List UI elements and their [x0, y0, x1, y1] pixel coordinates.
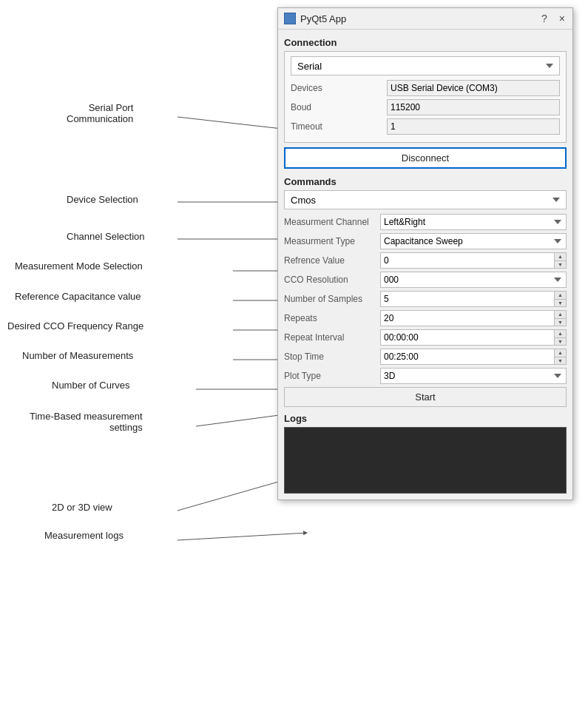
num-samples-down[interactable]: ▼	[555, 300, 566, 307]
titlebar-controls: ? ×	[540, 13, 567, 24]
close-button[interactable]: ×	[558, 13, 567, 24]
plot-type-row: Plot Type 3D 2D	[284, 368, 567, 384]
timeout-input[interactable]	[387, 118, 560, 135]
titlebar: PyQt5 App ? ×	[278, 8, 572, 30]
cco-resolution-row: CCO Resolution 000 001 010	[284, 272, 567, 288]
stop-time-label: Stop Time	[284, 352, 380, 362]
repeats-up[interactable]: ▲	[555, 311, 566, 319]
titlebar-left: PyQt5 App	[284, 13, 346, 24]
serial-select[interactable]: Serial	[291, 56, 560, 75]
reference-value-row: Refrence Value ▲ ▼	[284, 252, 567, 269]
plot-type-select[interactable]: 3D 2D	[380, 368, 567, 384]
help-button[interactable]: ?	[540, 13, 549, 24]
reference-value-down[interactable]: ▼	[555, 261, 566, 269]
disconnect-button[interactable]: Disconnect	[284, 147, 567, 169]
devices-label: Devices	[291, 83, 387, 93]
devices-input[interactable]	[387, 80, 560, 96]
repeat-interval-spinbox: ▲ ▼	[380, 329, 567, 346]
svg-line-10	[178, 533, 307, 540]
annotation-measurement-mode: Measurement Mode Selection	[15, 260, 143, 272]
command-select[interactable]: Cmos	[284, 190, 567, 209]
repeats-label: Repeats	[284, 313, 380, 323]
reference-value-input[interactable]	[381, 253, 554, 268]
num-samples-spinbox: ▲ ▼	[380, 291, 567, 307]
plot-type-label: Plot Type	[284, 371, 380, 381]
repeats-row: Repeats ▲ ▼	[284, 310, 567, 326]
num-samples-row: Number of Samples ▲ ▼	[284, 291, 567, 307]
num-samples-input[interactable]	[381, 292, 554, 306]
annotation-num-curves: Number of Curves	[52, 380, 129, 391]
stop-time-spinbox-btns: ▲ ▼	[554, 349, 566, 364]
stop-time-input[interactable]	[381, 349, 554, 364]
num-samples-label: Number of Samples	[284, 294, 380, 304]
measurement-channel-label: Measurment Channel	[284, 217, 380, 227]
measurement-type-label: Measurment Type	[284, 236, 380, 246]
annotation-meas-logs: Measurement logs	[44, 530, 124, 541]
repeat-interval-label: Repeat Interval	[284, 332, 380, 343]
connection-section-label: Connection	[284, 37, 567, 48]
app-window: PyQt5 App ? × Connection Serial Devices …	[277, 7, 573, 500]
annotation-serial-port: Serial Port Communication	[67, 102, 133, 124]
baud-input[interactable]	[387, 99, 560, 115]
logs-label: Logs	[284, 413, 567, 424]
connection-group: Serial Devices Boud Timeout	[284, 51, 567, 143]
stop-time-row: Stop Time ▲ ▼	[284, 349, 567, 365]
cco-resolution-label: CCO Resolution	[284, 275, 380, 285]
annotation-2d-3d: 2D or 3D view	[52, 502, 112, 513]
commands-section-label: Commands	[284, 176, 567, 187]
repeats-input[interactable]	[381, 311, 554, 326]
reference-value-up[interactable]: ▲	[555, 253, 566, 261]
annotation-time-based: Time-Based measurement settings	[30, 411, 143, 433]
app-icon	[284, 13, 296, 24]
annotation-num-measurements: Number of Measurements	[22, 350, 133, 361]
annotation-cco-freq: Desired CCO Frequency Range	[7, 320, 143, 332]
reference-value-label: Refrence Value	[284, 255, 380, 266]
start-button[interactable]: Start	[284, 387, 567, 407]
repeats-spinbox-btns: ▲ ▼	[554, 311, 566, 326]
window-title: PyQt5 App	[300, 13, 346, 24]
repeats-down[interactable]: ▼	[555, 319, 566, 326]
stop-time-spinbox: ▲ ▼	[380, 349, 567, 365]
repeat-interval-spinbox-btns: ▲ ▼	[554, 330, 566, 345]
svg-line-0	[178, 117, 288, 130]
num-samples-spinbox-btns: ▲ ▼	[554, 292, 566, 306]
measurement-type-select[interactable]: Capacitance Sweep Voltage Sweep	[380, 233, 567, 249]
num-samples-up[interactable]: ▲	[555, 292, 566, 300]
reference-value-spinbox: ▲ ▼	[380, 252, 567, 269]
timeout-label: Timeout	[291, 121, 387, 132]
stop-time-up[interactable]: ▲	[555, 349, 566, 357]
timeout-row: Timeout	[291, 118, 560, 135]
measurement-channel-select[interactable]: Left&Right Left Right	[380, 214, 567, 230]
measurement-type-row: Measurment Type Capacitance Sweep Voltag…	[284, 233, 567, 249]
annotation-device-selection: Device Selection	[67, 194, 138, 205]
annotation-channel-selection: Channel Selection	[67, 231, 145, 242]
logs-section: Logs	[284, 413, 567, 494]
reference-value-spinbox-btns: ▲ ▼	[554, 253, 566, 268]
repeat-interval-row: Repeat Interval ▲ ▼	[284, 329, 567, 346]
devices-row: Devices	[291, 80, 560, 96]
measurement-channel-row: Measurment Channel Left&Right Left Right	[284, 214, 567, 230]
window-body: Connection Serial Devices Boud Timeout	[278, 30, 572, 500]
repeat-interval-input[interactable]	[381, 330, 554, 345]
repeat-interval-up[interactable]: ▲	[555, 330, 566, 338]
baud-label: Boud	[291, 102, 387, 112]
repeat-interval-down[interactable]: ▼	[555, 338, 566, 346]
repeats-spinbox: ▲ ▼	[380, 310, 567, 326]
stop-time-down[interactable]: ▼	[555, 357, 566, 365]
annotation-reference-cap: Reference Capacitance value	[15, 291, 141, 302]
baud-row: Boud	[291, 99, 560, 115]
logs-display	[284, 427, 567, 494]
cco-resolution-select[interactable]: 000 001 010	[380, 272, 567, 288]
